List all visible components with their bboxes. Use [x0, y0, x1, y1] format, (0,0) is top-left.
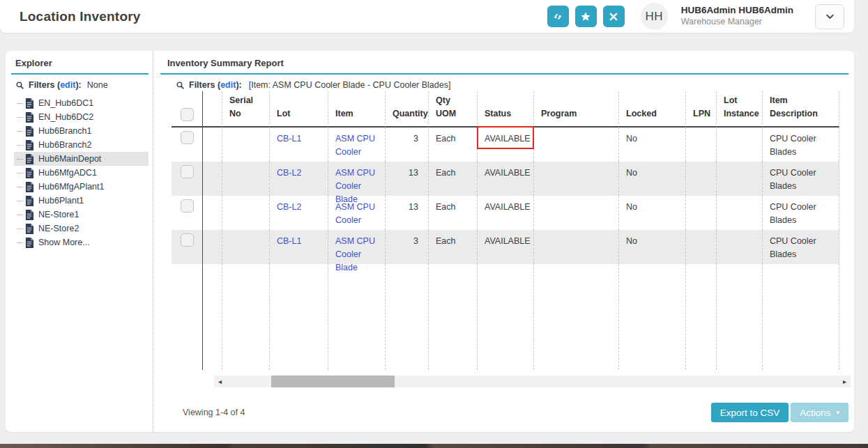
tree-item-ne-store2[interactable]: NE-Store2: [14, 222, 149, 235]
quantity-value: 3: [393, 132, 422, 146]
filler-cell: [222, 264, 270, 370]
cell-status: AVAILABLE: [478, 196, 534, 230]
column-header-status[interactable]: Status: [478, 91, 534, 128]
tree-item-show-more-[interactable]: Show More...: [14, 235, 149, 249]
tree-connector: [17, 173, 23, 173]
row-checkbox-cell: [172, 196, 203, 230]
cell-item: ASM CPU Cooler Blade: [328, 128, 386, 162]
column-header-quantity[interactable]: Quantity: [386, 91, 429, 128]
tree-item-label: Hub6MfgAPlant1: [38, 182, 105, 192]
select-all-checkbox[interactable]: [181, 108, 194, 121]
filters-edit-link[interactable]: edit: [60, 80, 75, 90]
tree-item-hub6branch2[interactable]: Hub6Branch2: [14, 138, 149, 152]
tree-item-hub6plant1[interactable]: Hub6Plant1: [14, 194, 149, 208]
user-menu-button[interactable]: [815, 4, 844, 29]
quantity-value: 3: [393, 235, 422, 248]
column-header-lpn[interactable]: LPN: [686, 91, 717, 128]
cell-quantity: 13: [386, 162, 429, 196]
column-header-lot_instance[interactable]: Lot Instance: [717, 91, 763, 128]
filters-value: None: [87, 80, 108, 90]
avatar[interactable]: HH: [641, 3, 668, 30]
tree-connector: [17, 131, 23, 132]
cell-item: ASM CPU Cooler Blade: [328, 230, 386, 264]
horizontal-scrollbar[interactable]: ◂ ▸: [214, 376, 851, 387]
chevron-down-icon: [824, 10, 836, 22]
cell-program: [534, 196, 619, 230]
row-checkbox-cell: [172, 128, 203, 162]
filler-cell: [686, 264, 717, 370]
lot-link[interactable]: CB-L2: [277, 168, 301, 178]
cell-status: AVAILABLE: [478, 128, 534, 162]
tree-item-label: Hub6Plant1: [38, 196, 84, 206]
row-checkbox[interactable]: [181, 199, 194, 213]
tree-item-ne-store1[interactable]: NE-Store1: [14, 208, 149, 222]
column-header-item[interactable]: Item: [328, 91, 386, 128]
avatar-initials: HH: [645, 10, 663, 24]
cell-program: [534, 230, 619, 264]
tree-item-label: Hub6MainDepot: [38, 154, 101, 164]
search-icon: [15, 81, 24, 90]
tree-item-hub6mfgadc1[interactable]: Hub6MfgADC1: [14, 166, 149, 180]
cell-lot_instance: [717, 162, 763, 196]
actions-button[interactable]: Actions ▾: [791, 403, 848, 422]
scrollbar-thumb[interactable]: [271, 376, 395, 387]
filler-cell: [328, 264, 386, 370]
cell-serial_no: [222, 230, 270, 264]
column-header-program[interactable]: Program: [534, 91, 619, 128]
row-checkbox[interactable]: [181, 233, 194, 247]
column-header-serial_no[interactable]: Serial No: [222, 91, 270, 128]
filler-cell: [619, 264, 686, 370]
row-checkbox[interactable]: [181, 131, 194, 144]
column-header-locked[interactable]: Locked: [619, 91, 686, 128]
page-title: Location Inventory: [20, 9, 141, 24]
column-header-item_description[interactable]: Item Description: [763, 91, 839, 128]
tree-item-en-hub6dc2[interactable]: EN_Hub6DC2: [14, 110, 149, 124]
cell-locked: No: [619, 196, 686, 230]
cell-qty_uom: Each: [429, 128, 478, 162]
tree-item-en-hub6dc1[interactable]: EN_Hub6DC1: [14, 96, 149, 110]
close-button[interactable]: [603, 6, 625, 27]
document-icon: [25, 224, 38, 234]
tree-connector: [17, 215, 23, 215]
cell-qty_uom: Each: [429, 162, 478, 196]
filler-cell: [203, 264, 222, 370]
export-to-csv-button[interactable]: Export to CSV: [711, 403, 789, 422]
row-checkbox[interactable]: [181, 165, 194, 178]
document-icon: [25, 210, 38, 220]
refresh-button[interactable]: [547, 6, 569, 27]
tree-item-hub6mfgaplant1[interactable]: Hub6MfgAPlant1: [14, 180, 149, 194]
cell-serial_no: [222, 162, 270, 196]
tree-item-hub6maindepot[interactable]: Hub6MainDepot: [14, 152, 149, 166]
bottom-taskbar-strip: [0, 444, 868, 448]
column-header-qty_uom[interactable]: Qty UOM: [429, 91, 478, 128]
report-filters-row: Filters (edit): [Item: ASM CPU Cooler Bl…: [172, 80, 848, 90]
column-header-lot[interactable]: Lot: [270, 91, 328, 128]
star-icon: [579, 10, 592, 23]
location-tree: EN_Hub6DC1EN_Hub6DC2Hub6Branch1Hub6Branc…: [11, 96, 149, 249]
tree-item-label: Hub6Branch2: [38, 140, 91, 150]
lot-link[interactable]: CB-L1: [277, 134, 301, 144]
document-icon: [25, 98, 38, 109]
quantity-value: 13: [393, 201, 422, 214]
scroll-left-arrow-icon[interactable]: ◂: [218, 378, 222, 385]
filters-suffix: ):: [75, 80, 81, 90]
lot-link[interactable]: CB-L2: [277, 202, 301, 212]
lot-link[interactable]: CB-L1: [277, 236, 301, 246]
cell-item_description: CPU Cooler Blades: [763, 230, 839, 264]
cell-locked: No: [619, 230, 686, 264]
column-header-spacer: [203, 91, 222, 128]
cell-status: AVAILABLE: [478, 230, 534, 264]
filler-cell: [429, 264, 478, 370]
cell-lot: CB-L2: [270, 162, 328, 196]
cell-item_description: CPU Cooler Blades: [763, 196, 839, 230]
filters-edit-link[interactable]: edit: [220, 80, 236, 90]
scroll-right-arrow-icon[interactable]: ▸: [843, 378, 846, 385]
cell-item: ASM CPU Cooler Blade: [328, 196, 386, 230]
tree-item-hub6branch1[interactable]: Hub6Branch1: [14, 124, 149, 138]
cell-locked: No: [619, 128, 686, 162]
cell-lot: CB-L1: [270, 230, 328, 264]
cell-item: ASM CPU Cooler Blade: [328, 162, 386, 196]
cell-spacer: [203, 162, 222, 196]
cell-qty_uom: Each: [429, 196, 478, 230]
favorite-button[interactable]: [575, 6, 597, 27]
